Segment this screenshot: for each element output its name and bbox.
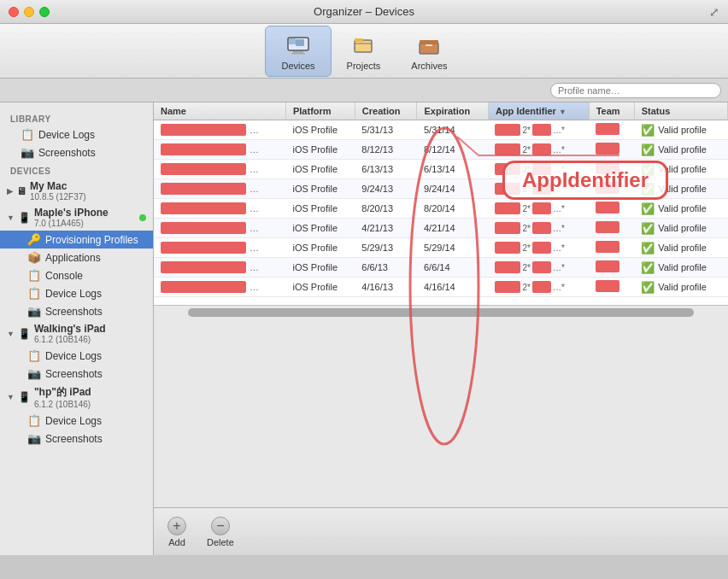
sidebar-item-provisioning-profiles-label: Provisioning Profiles — [45, 234, 138, 246]
cell-name-6: … — [154, 238, 285, 258]
sidebar-item-device-logs-wipad[interactable]: 📋 Device Logs — [0, 347, 153, 365]
table-row[interactable]: … iOS Profile 6/6/13 6/6/14 2* …* ✅ — [154, 258, 728, 278]
cell-expiration-0: 5/31/14 — [417, 120, 488, 140]
my-mac-name: My Mac — [30, 180, 86, 192]
table-row[interactable]: … iOS Profile 5/29/13 5/29/14 2* …* ✅ — [154, 238, 728, 258]
minimize-button[interactable] — [24, 7, 34, 17]
cell-team-0 — [589, 120, 634, 140]
walkings-ipad-version: 6.1.2 (10B146) — [34, 335, 106, 344]
col-header-creation[interactable]: Creation — [355, 102, 417, 120]
table-row[interactable]: … iOS Profile 9/24/13 9/24/14 2* …* ✅ — [154, 179, 728, 199]
cell-team-8 — [589, 278, 634, 297]
sidebar-item-screenshots-hpipad[interactable]: 📷 Screenshots — [0, 430, 153, 447]
sidebar-item-screenshots-wipad[interactable]: 📷 Screenshots — [0, 365, 153, 383]
svg-rect-5 — [355, 40, 372, 52]
horizontal-scrollbar[interactable] — [154, 305, 728, 508]
scrollbar-thumb[interactable] — [188, 308, 694, 317]
add-button[interactable]: + Add — [167, 517, 186, 547]
my-mac-version: 10.8.5 (12F37) — [30, 192, 86, 202]
sidebar-item-device-logs-iphone[interactable]: 📋 Device Logs — [0, 284, 153, 302]
delete-icon: − — [211, 517, 230, 535]
table-row[interactable]: … iOS Profile 5/31/13 5/31/14 2* …* ✅ — [154, 120, 728, 140]
cell-creation-0: 5/31/13 — [355, 120, 417, 140]
sidebar-device-my-mac[interactable]: ▶ 🖥 My Mac 10.8.5 (12F37) — [0, 178, 153, 204]
cell-name-3: … — [154, 179, 285, 199]
content-area: Name Platform Creation Expiration — [154, 102, 728, 555]
col-header-status[interactable]: Status — [634, 102, 727, 120]
content-wrapper: AppIdentifier Name Platform — [154, 102, 728, 555]
status-check-icon: ✅ — [641, 124, 655, 137]
disclosure-my-mac: ▶ — [7, 187, 13, 196]
footer: + Add − Delete — [154, 507, 728, 555]
archives-tab-label: Archives — [411, 61, 447, 71]
status-check-icon: ✅ — [641, 183, 655, 196]
col-header-app-identifier[interactable]: App Identifier ▼ — [488, 102, 589, 120]
close-button[interactable] — [9, 7, 19, 17]
archives-tab[interactable]: Archives — [396, 26, 462, 76]
table-row[interactable]: … iOS Profile 8/20/13 8/20/14 2* …* ✅ — [154, 199, 728, 219]
devices-tab[interactable]: Devices — [265, 26, 331, 77]
cell-team-7 — [589, 258, 634, 278]
disclosure-walkings-ipad: ▼ — [7, 330, 15, 338]
resize-icon[interactable]: ⤢ — [709, 5, 719, 19]
maximize-button[interactable] — [39, 7, 50, 17]
sidebar-item-screenshots-iphone[interactable]: 📷 Screenshots — [0, 302, 153, 320]
cell-status-8: ✅ Valid profile — [634, 278, 727, 297]
cell-expiration-3: 9/24/14 — [417, 179, 488, 199]
cell-app-id-6: 2* …* — [488, 238, 589, 258]
sidebar-device-walkings-ipad[interactable]: ▼ 📱 Walking's iPad 6.1.2 (10B146) — [0, 320, 153, 347]
cell-platform-7: iOS Profile — [285, 258, 355, 278]
col-header-name[interactable]: Name — [154, 102, 285, 120]
delete-button[interactable]: − Delete — [207, 517, 234, 547]
status-text: Valid profile — [658, 262, 707, 272]
col-header-platform[interactable]: Platform — [285, 102, 355, 120]
col-header-expiration[interactable]: Expiration — [417, 102, 488, 120]
cell-expiration-7: 6/6/14 — [417, 258, 488, 278]
sidebar-item-screenshots-lib[interactable]: 📷 Screenshots — [0, 143, 153, 161]
cell-creation-2: 6/13/13 — [355, 160, 417, 179]
sidebar-item-device-logs-hpipad[interactable]: 📋 Device Logs — [0, 412, 153, 430]
sidebar-item-device-logs-lib[interactable]: 📋 Device Logs — [0, 126, 153, 143]
table-row[interactable]: … iOS Profile 6/13/13 6/13/14 2* …* ✅ — [154, 160, 728, 179]
devices-header: DEVICES — [0, 161, 153, 178]
projects-icon — [349, 32, 377, 59]
cell-creation-6: 5/29/13 — [355, 238, 417, 258]
col-header-team[interactable]: Team — [589, 102, 634, 120]
sidebar-item-provisioning-profiles[interactable]: 🔑 Provisioning Profiles — [0, 231, 153, 249]
sidebar-device-maples-iphone[interactable]: ▼ 📱 Maple's iPhone 7.0 (11A465) — [0, 204, 153, 231]
cell-team-6 — [589, 238, 634, 258]
sidebar-item-applications[interactable]: 📦 Applications — [0, 249, 153, 266]
library-header: LIBRARY — [0, 109, 153, 126]
search-bar-row — [0, 79, 728, 102]
add-label: Add — [168, 537, 185, 547]
status-text: Valid profile — [658, 203, 707, 213]
sidebar-item-device-logs-hpipad-label: Device Logs — [45, 415, 102, 427]
delete-label: Delete — [207, 537, 234, 547]
status-text: Valid profile — [658, 125, 707, 135]
sidebar-item-console[interactable]: 📋 Console — [0, 266, 153, 284]
svg-rect-4 — [289, 38, 296, 44]
table-row[interactable]: … iOS Profile 4/16/13 4/16/14 2* …* ✅ — [154, 278, 728, 297]
table-row[interactable]: … iOS Profile 4/21/13 4/21/14 2* …* ✅ — [154, 219, 728, 238]
device-logs-wipad-icon: 📋 — [27, 349, 41, 362]
table-row[interactable]: … iOS Profile 8/12/13 8/12/14 2* …* ✅ — [154, 140, 728, 160]
status-text: Valid profile — [658, 282, 707, 292]
hp-ipad-version: 6.1.2 (10B146) — [34, 400, 91, 409]
status-check-icon: ✅ — [641, 281, 655, 294]
cell-status-1: ✅ Valid profile — [634, 140, 727, 160]
status-text: Valid profile — [658, 243, 707, 253]
status-text: Valid profile — [658, 223, 707, 233]
cell-creation-4: 8/20/13 — [355, 199, 417, 219]
sidebar-device-hp-ipad[interactable]: ▼ 📱 "hp"的 iPad 6.1.2 (10B146) — [0, 383, 153, 412]
cell-creation-5: 4/21/13 — [355, 219, 417, 238]
table-body: … iOS Profile 5/31/13 5/31/14 2* …* ✅ — [154, 120, 728, 297]
cell-status-3: ✅ Valid profile — [634, 179, 727, 199]
online-dot-maples-iphone — [139, 214, 146, 221]
table-container[interactable]: Name Platform Creation Expiration — [154, 102, 728, 305]
cell-name-4: … — [154, 199, 285, 219]
projects-tab[interactable]: Projects — [332, 26, 396, 76]
cell-app-id-0: 2* …* — [488, 120, 589, 140]
sidebar-item-screenshots-lib-label: Screenshots — [38, 147, 96, 159]
cell-app-id-8: 2* …* — [488, 278, 589, 297]
search-input[interactable] — [550, 83, 721, 98]
